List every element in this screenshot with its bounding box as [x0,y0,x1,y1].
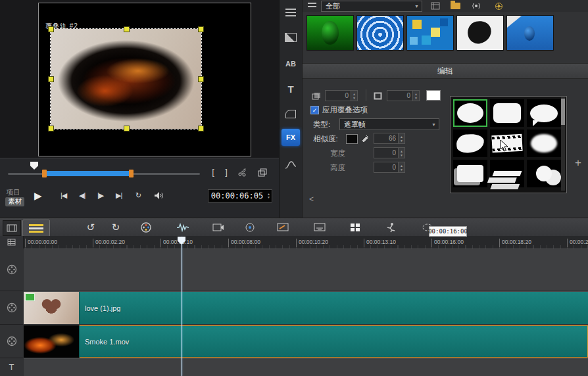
gallery-list-icon[interactable] [306,2,317,10]
title-track-row[interactable] [24,358,588,376]
undo-button[interactable]: ↺ [83,220,99,235]
overlay-track-1-header[interactable] [0,291,23,325]
resize-handle-nw[interactable] [48,26,54,32]
mask-gallery-scroll-thumb[interactable] [561,99,565,125]
overlay-selection-box[interactable] [50,28,202,129]
motion-tracking-icon[interactable] [242,220,258,235]
fx-filter-icon[interactable]: FX [282,129,300,146]
clip-love-jpg[interactable]: love (1).jpg [24,292,588,324]
filter-thumb-blue-balloon[interactable] [506,15,554,51]
enlarge-preview-button[interactable] [257,167,268,177]
options-toggle-icon[interactable] [429,1,442,11]
resize-handle-ne[interactable] [198,26,204,32]
motion-path-icon[interactable] [282,156,300,174]
resize-handle-sw[interactable] [48,126,54,131]
clip-smoke-mov[interactable]: Smoke 1.mov [24,325,588,358]
apply-overlay-checkbox[interactable]: ✓ [310,106,319,114]
volume-icon[interactable] [153,190,166,200]
border-stepper[interactable]: 0 ▲▼ [387,90,420,101]
step-back-button[interactable]: ◀| [79,191,85,200]
trim-range-bar[interactable] [46,171,129,176]
filter-thumb-green-balloon[interactable] [306,15,354,51]
broadcast-icon[interactable] [470,1,483,11]
overlay-track-2-row[interactable]: Smoke 1.mov [24,325,588,358]
mask-offset-rectangle[interactable] [453,160,487,187]
timeline-ruler[interactable]: 00:00:00:00 00:00:02:20 00:00:05:10 00:0… [0,236,588,248]
step-forward-button[interactable]: |▶ [97,191,103,200]
trim-handle-end[interactable] [129,170,134,177]
height-stepper[interactable]: 0 ▲▼ [374,162,405,173]
title-track-header[interactable]: T [0,358,23,376]
resize-handle-w[interactable] [48,76,54,82]
go-end-button[interactable]: ▶| [116,191,122,200]
title-icon[interactable]: T [282,80,300,97]
border-color-swatch[interactable] [426,90,441,101]
go-start-button[interactable]: |◀ [61,191,66,200]
resize-handle-s[interactable] [124,126,130,131]
painting-creator-icon[interactable] [275,220,291,235]
mark-out-button[interactable]: ] [221,167,232,177]
resize-handle-n[interactable] [124,26,130,32]
height-arrows[interactable]: ▲▼ [398,162,404,172]
filter-thumb-pixel-mosaic[interactable] [406,15,454,51]
mask-speech-bubble[interactable] [527,99,561,127]
mark-in-button[interactable]: [ [208,167,218,177]
transparency-stepper[interactable]: 0 ▲▼ [325,90,358,101]
filter-thumb-blue-ripples[interactable] [356,15,404,51]
timecode-spinner[interactable]: ▲▼ [266,193,272,199]
subtitle-ab-icon[interactable]: AB [282,55,300,72]
width-arrows[interactable]: ▲▼ [398,148,404,158]
transparency-arrows[interactable]: ▲▼ [351,91,357,101]
trim-handle-start[interactable] [42,170,47,177]
record-capture-icon[interactable] [138,220,154,235]
add-mask-button[interactable]: + [575,156,581,170]
tab-edit[interactable]: 编辑 [303,63,588,79]
gallery-filter-dropdown[interactable]: 全部 ▼ [321,1,422,12]
transitions-icon[interactable] [282,29,300,46]
resize-handle-se[interactable] [198,126,204,131]
project-mode-button[interactable]: 项目 [7,188,20,197]
jog-slider-handle[interactable] [30,162,38,170]
width-stepper[interactable]: 0 ▲▼ [374,147,405,158]
overlay-track-1-row[interactable]: love (1).jpg [24,291,588,324]
storyboard-view-button[interactable] [3,220,21,236]
import-folder-icon[interactable] [449,1,462,11]
similarity-color-swatch[interactable] [346,134,358,144]
filter-thumb-ink-blob[interactable] [456,15,504,51]
mask-soft-oval[interactable] [527,129,561,157]
mask-brush-strokes[interactable] [490,160,524,187]
export-film-icon[interactable] [210,220,226,235]
split-clip-button[interactable] [237,167,249,177]
similarity-stepper[interactable]: 66 ▲▼ [374,133,405,144]
mask-type-dropdown[interactable]: 遮罩帧 ▼ [339,118,439,130]
subtitle-editor-icon[interactable] [312,220,328,235]
mask-gallery-scrollbar[interactable] [561,97,565,191]
graphics-icon[interactable] [282,105,300,122]
sound-mixer-icon[interactable] [175,220,191,235]
cloud-library-icon[interactable] [492,1,505,11]
clip-mode-button[interactable]: 素材 [5,197,24,206]
time-remapping-icon[interactable] [383,220,399,235]
mask-double-circle[interactable] [527,160,561,187]
overlay-clip-image[interactable] [51,29,201,129]
resize-handle-e[interactable] [198,76,204,82]
timecode-display[interactable]: 00:00:06:05 ▲▼ [208,189,272,202]
collapse-panel-button[interactable]: < [309,195,314,204]
track-manager-icon[interactable] [0,236,24,248]
play-button[interactable]: ▶ [34,190,42,202]
split-screen-template-icon[interactable] [347,220,363,235]
video-track-row[interactable] [24,248,588,291]
timeline-view-button[interactable] [22,220,50,237]
redo-button[interactable]: ↻ [108,220,124,235]
mask-torn-paper[interactable] [453,129,487,157]
media-library-icon[interactable] [282,4,300,21]
similarity-arrows[interactable]: ▲▼ [398,133,404,143]
video-track-header[interactable] [0,248,23,291]
mask-oval[interactable] [453,99,487,127]
loop-button[interactable]: ↻ [135,191,141,200]
eyedropper-icon[interactable] [360,132,370,143]
mask-film-strip[interactable] [490,129,524,157]
border-arrows[interactable]: ▲▼ [412,91,419,101]
overlay-track-2-header[interactable] [0,325,23,358]
mask-rounded-rectangle[interactable] [490,99,524,127]
